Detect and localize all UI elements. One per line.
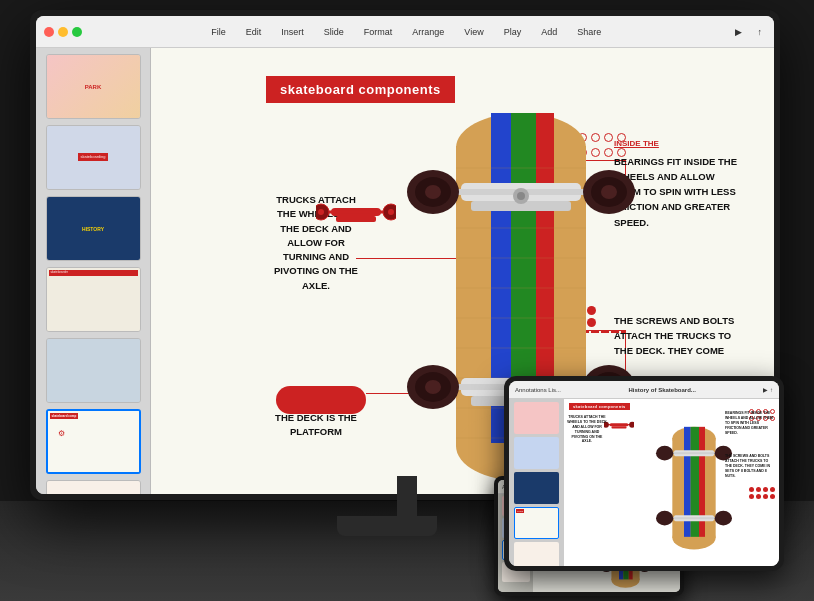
ipad-sidebar: comp	[509, 399, 564, 566]
slide-thumb-1[interactable]: PARK	[46, 54, 141, 119]
ipad-device: Annotations Lis... History of Skateboard…	[504, 376, 784, 571]
stand-neck	[397, 476, 417, 516]
svg-rect-1	[336, 216, 376, 222]
ipad-screws-text: THE SCREWS AND BOLTS ATTACH THE TRUCKS T…	[725, 454, 775, 478]
ipad-thumb-3[interactable]	[514, 472, 559, 504]
toolbar-actions: ▶ ↑	[731, 25, 767, 39]
slide-title: skateboard components	[266, 76, 455, 103]
svg-rect-46	[612, 426, 627, 428]
menu-play[interactable]: Play	[504, 27, 522, 37]
svg-point-28	[425, 185, 441, 199]
slide-thumb-5[interactable]	[46, 338, 141, 403]
window-controls	[44, 27, 82, 37]
ipad-toolbar-right: ▶ ↑	[763, 386, 773, 393]
deck-text: THE DECK IS THE PLATFORM	[271, 411, 361, 440]
svg-point-63	[715, 511, 732, 526]
deck-illustration	[276, 386, 366, 414]
ipad-toolbar-left: Annotations Lis...	[515, 387, 561, 393]
ipad-content: comp skateboard components	[509, 399, 779, 566]
menu-add[interactable]: Add	[541, 27, 557, 37]
slide-thumb-7[interactable]	[46, 480, 141, 494]
svg-point-58	[656, 446, 673, 461]
ipad-toolbar-title: History of Skateboard...	[629, 387, 696, 393]
menu-arrange[interactable]: Arrange	[412, 27, 444, 37]
svg-point-42	[517, 192, 525, 200]
slide-thumb-3[interactable]: HISTORY	[46, 196, 141, 261]
ipad-thumb-5[interactable]	[514, 542, 559, 566]
maximize-button[interactable]	[72, 27, 82, 37]
ipad-toolbar: Annotations Lis... History of Skateboard…	[509, 381, 779, 399]
ipad-truck-illustration	[604, 415, 634, 435]
slide-thumb-2[interactable]: skateboarding	[46, 125, 141, 190]
svg-point-62	[656, 511, 673, 526]
play-button[interactable]: ▶	[731, 25, 746, 39]
ipad-bearings-text: BEARINGS FIT INSIDE THE WHEELS AND ALLOW…	[725, 411, 775, 435]
ipad-thumb-1[interactable]	[514, 402, 559, 434]
ipad-thumb-2[interactable]	[514, 437, 559, 469]
svg-point-49	[629, 422, 634, 428]
svg-point-5	[318, 209, 324, 215]
slide-thumb-6[interactable]: skateboard comp ⚙	[46, 409, 141, 474]
ipad-thumb-4[interactable]: comp	[514, 507, 559, 539]
ipad-trucks-text: TRUCKS ATTACH THE WHEELS TO THE DECK AND…	[566, 415, 608, 444]
svg-point-31	[601, 185, 617, 199]
app-toolbar: File Edit Insert Slide Format Arrange Vi…	[36, 16, 774, 48]
ipad-screen: Annotations Lis... History of Skateboard…	[509, 381, 779, 566]
imac-stand	[377, 476, 437, 546]
slides-panel: PARK skateboarding HISTORY	[36, 48, 151, 494]
imac-container: File Edit Insert Slide Format Arrange Vi…	[0, 0, 814, 601]
minimize-button[interactable]	[58, 27, 68, 37]
menu-insert[interactable]: Insert	[281, 27, 304, 37]
menu-share[interactable]: Share	[577, 27, 601, 37]
close-button[interactable]	[44, 27, 54, 37]
ipad-slide-title: skateboard components	[569, 403, 630, 410]
menu-format[interactable]: Format	[364, 27, 393, 37]
toolbar-menu: File Edit Insert Slide Format Arrange Vi…	[90, 27, 723, 37]
menu-file[interactable]: File	[211, 27, 226, 37]
svg-point-37	[425, 380, 441, 394]
menu-edit[interactable]: Edit	[246, 27, 262, 37]
slide-thumb-4[interactable]: skateboarder	[46, 267, 141, 332]
menu-slide[interactable]: Slide	[324, 27, 344, 37]
stand-base	[337, 516, 437, 536]
ipad-screws-dots	[749, 487, 775, 499]
share-button[interactable]: ↑	[754, 25, 767, 39]
ipad-main: skateboard components TRUCKS ATTACH THE …	[564, 399, 779, 566]
menu-view[interactable]: View	[464, 27, 483, 37]
